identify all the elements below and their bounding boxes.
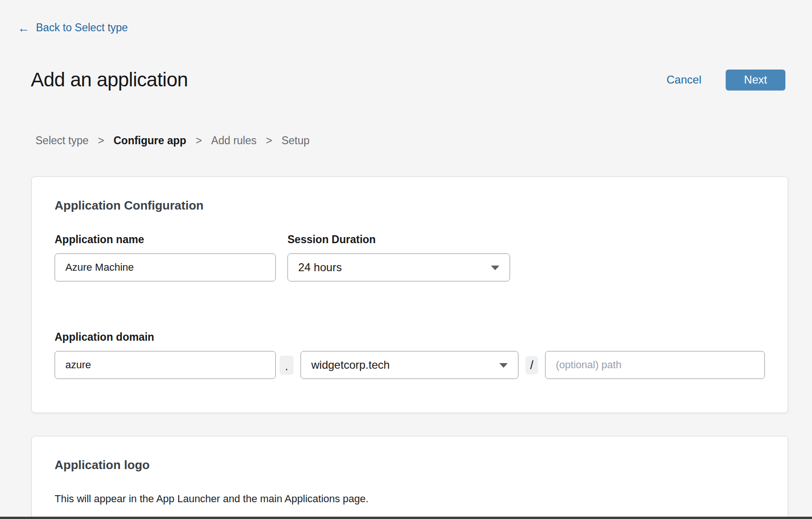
back-link-label: Back to Select type xyxy=(36,21,128,34)
session-duration-select[interactable]: 24 hours xyxy=(287,253,510,281)
screen-bottom-edge xyxy=(0,517,812,519)
application-name-field-group: Application name xyxy=(55,233,276,281)
cancel-button[interactable]: Cancel xyxy=(666,73,701,86)
subdomain-input[interactable] xyxy=(55,351,276,379)
next-button[interactable]: Next xyxy=(726,70,785,91)
breadcrumb-step-configure-app[interactable]: Configure app xyxy=(113,134,186,147)
back-arrow-icon: ← xyxy=(18,22,30,34)
breadcrumb-separator: > xyxy=(266,134,272,147)
header-actions: Cancel Next xyxy=(666,70,785,91)
subdomain-field-wrap xyxy=(55,351,276,379)
breadcrumb-separator: > xyxy=(196,134,202,147)
path-input[interactable] xyxy=(545,351,765,379)
chevron-down-icon xyxy=(491,266,499,270)
domain-select[interactable]: widgetcorp.tech xyxy=(301,351,518,379)
application-logo-title: Application logo xyxy=(55,436,765,472)
application-configuration-title: Application Configuration xyxy=(55,177,765,213)
breadcrumb: Select type > Configure app > Add rules … xyxy=(35,134,309,147)
name-session-row: Application name Session Duration 24 hou… xyxy=(55,233,765,281)
application-name-label: Application name xyxy=(55,233,276,246)
session-duration-value: 24 hours xyxy=(298,261,342,274)
page-title: Add an application xyxy=(31,69,188,91)
application-logo-description: This will appear in the App Launcher and… xyxy=(55,493,765,505)
application-configuration-card: Application Configuration Application na… xyxy=(31,176,788,413)
breadcrumb-step-add-rules[interactable]: Add rules xyxy=(211,134,257,147)
application-logo-card: Application logo This will appear in the… xyxy=(31,436,788,519)
domain-select-value: widgetcorp.tech xyxy=(311,358,390,372)
back-to-select-type-link[interactable]: ← Back to Select type xyxy=(18,21,128,34)
session-duration-field-group: Session Duration 24 hours xyxy=(287,233,510,281)
session-duration-label: Session Duration xyxy=(287,233,510,246)
path-field-wrap xyxy=(545,351,765,379)
slash-separator: / xyxy=(525,356,538,374)
page-header: Add an application Cancel Next xyxy=(31,65,785,94)
application-domain-label: Application domain xyxy=(55,331,765,344)
dot-separator: . xyxy=(280,356,294,375)
breadcrumb-separator: > xyxy=(98,134,104,147)
chevron-down-icon xyxy=(499,363,508,368)
application-name-input[interactable] xyxy=(55,253,276,281)
application-domain-row: . widgetcorp.tech / xyxy=(55,351,765,379)
breadcrumb-step-setup[interactable]: Setup xyxy=(281,134,309,147)
breadcrumb-step-select-type[interactable]: Select type xyxy=(35,134,89,147)
